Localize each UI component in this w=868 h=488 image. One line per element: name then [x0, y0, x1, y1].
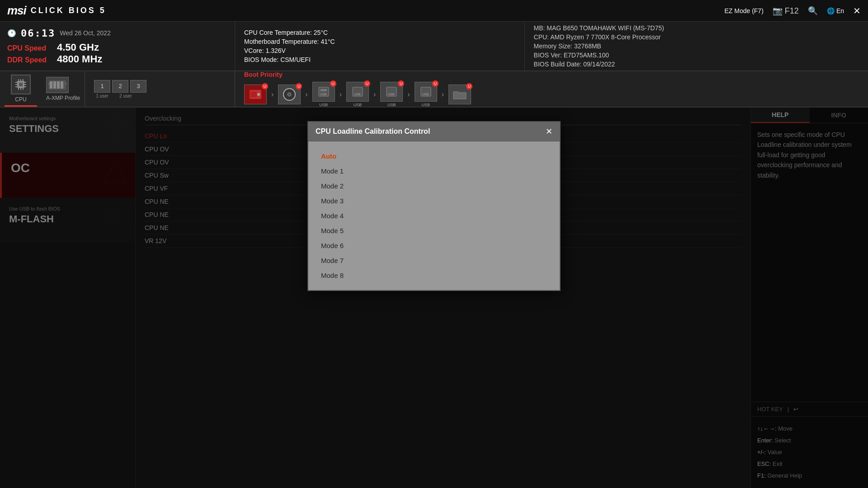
profile-1-button[interactable]: 1: [94, 80, 110, 93]
profile-3-button[interactable]: 3: [130, 80, 146, 93]
modal-option-auto[interactable]: Auto: [316, 149, 552, 164]
usb-label-6: USB: [421, 103, 430, 107]
boot-arrow-1: ›: [271, 90, 274, 99]
ddr-speed-row: DDR Speed 4800 MHz: [7, 53, 227, 65]
modal-overlay: CPU Loadline Calibration Control ✕ Auto …: [0, 108, 868, 488]
svg-rect-17: [57, 81, 60, 89]
modal-dialog: CPU Loadline Calibration Control ✕ Auto …: [307, 121, 561, 291]
modal-option-mode7[interactable]: Mode 7: [316, 253, 552, 268]
logo-area: msi CLICK BIOS 5: [7, 4, 106, 18]
modal-option-mode6[interactable]: Mode 6: [316, 238, 552, 253]
boot-device-4[interactable]: USB U USB: [346, 82, 369, 107]
boot-device-4-icon: USB U: [346, 82, 369, 102]
boot-device-1[interactable]: U: [244, 84, 267, 104]
svg-rect-20: [65, 83, 66, 84]
top-bar: msi CLICK BIOS 5 EZ Mode (F7) 📷 F12 🔍 🌐 …: [0, 0, 868, 22]
profile-2-button[interactable]: 2: [112, 80, 128, 93]
profile-numbers: 1 2 3 1 user 2 user: [90, 80, 151, 99]
boot-badge-6: U: [432, 80, 439, 87]
ddr-speed-label: DDR Speed: [7, 56, 52, 64]
click-bios-title: CLICK BIOS 5: [31, 6, 106, 15]
modal-title-bar: CPU Loadline Calibration Control ✕: [308, 122, 560, 141]
time-cpu-area: 🕐 06:13 Wed 26 Oct, 2022 CPU Speed 4.50 …: [0, 22, 235, 70]
boot-device-6[interactable]: USB U USB: [415, 82, 437, 107]
cpu-profile-area: CPU A-XMP Profile 1 2 3: [0, 71, 235, 107]
boot-devices: U › U ›: [244, 82, 859, 107]
modal-option-mode8[interactable]: Mode 8: [316, 268, 552, 283]
time-display: 06:13: [21, 28, 55, 39]
cpu-speed-label: CPU Speed: [7, 44, 52, 52]
profile-sub-labels: 1 user 2 user: [94, 94, 146, 99]
language-label: En: [836, 7, 844, 14]
boot-device-6-icon: USB U: [415, 82, 437, 102]
boot-device-7[interactable]: U: [448, 84, 471, 104]
screenshot-button[interactable]: 📷 F12: [773, 6, 799, 16]
mb-info-line: MB: MAG B650 TOMAHAWK WIFI (MS-7D75): [534, 24, 859, 32]
top-right-controls: EZ Mode (F7) 📷 F12 🔍 🌐 En ✕: [724, 5, 861, 16]
boot-device-7-icon: U: [448, 84, 471, 104]
cpu-temp-line: CPU Core Temperature: 25°C: [244, 29, 515, 36]
svg-point-23: [257, 93, 260, 96]
boot-device-2[interactable]: U: [278, 84, 301, 104]
boot-arrow-6: ›: [442, 90, 444, 99]
svg-rect-15: [50, 81, 52, 89]
screenshot-icon: 📷: [773, 6, 783, 15]
cpu-speed-value: 4.50 GHz: [57, 42, 99, 53]
svg-rect-27: [321, 89, 327, 91]
ddr-speed-value: 4800 MHz: [57, 53, 102, 65]
svg-text:USB: USB: [388, 93, 395, 96]
bios-ver-line: BIOS Ver: E7D75AMS.100: [534, 52, 859, 59]
modal-option-mode5[interactable]: Mode 5: [316, 223, 552, 238]
svg-rect-19: [48, 83, 50, 84]
svg-rect-18: [61, 81, 63, 89]
svg-point-25: [288, 93, 291, 96]
cpu-label: CPU: [15, 96, 26, 103]
boot-device-5[interactable]: USB U USB: [380, 82, 403, 107]
boot-badge-1: U: [262, 83, 268, 89]
cpu-profile-button[interactable]: CPU: [5, 72, 37, 107]
search-icon: 🔍: [808, 6, 818, 15]
modal-title: CPU Loadline Calibration Control: [316, 127, 430, 136]
f12-label: F12: [785, 6, 799, 15]
boot-badge-7: U: [466, 83, 472, 89]
boot-arrow-2: ›: [305, 90, 307, 99]
time-row: 🕐 06:13 Wed 26 Oct, 2022: [7, 28, 227, 39]
boot-priority-label: Boot Priority: [244, 71, 859, 78]
language-button[interactable]: 🌐 En: [827, 7, 844, 14]
boot-device-1-icon: U: [244, 84, 267, 104]
svg-text:USB: USB: [320, 93, 327, 96]
boot-arrow-3: ›: [340, 90, 342, 99]
boot-device-3[interactable]: USB U USB: [312, 82, 335, 107]
boot-device-5-icon: USB U: [380, 82, 403, 102]
profile-nums-row: 1 2 3: [94, 80, 146, 93]
ez-mode-button[interactable]: EZ Mode (F7): [724, 7, 763, 14]
info-bar: 🕐 06:13 Wed 26 Oct, 2022 CPU Speed 4.50 …: [0, 22, 868, 71]
svg-text:USB: USB: [422, 93, 429, 96]
boot-device-2-icon: U: [278, 84, 301, 104]
bios-build-line: BIOS Build Date: 09/14/2022: [534, 61, 859, 68]
usb-label-3: USB: [319, 103, 328, 107]
msi-logo: msi: [7, 4, 26, 18]
modal-option-mode1[interactable]: Mode 1: [316, 164, 552, 178]
modal-close-button[interactable]: ✕: [546, 127, 552, 136]
svg-rect-1: [19, 83, 23, 86]
modal-body: Auto Mode 1 Mode 2 Mode 3 Mode 4 Mode 5 …: [308, 141, 560, 290]
modal-option-mode2[interactable]: Mode 2: [316, 178, 552, 193]
vcore-line: VCore: 1.326V: [244, 47, 515, 54]
modal-option-mode3[interactable]: Mode 3: [316, 193, 552, 208]
flag-icon: 🌐: [827, 7, 835, 14]
modal-option-mode4[interactable]: Mode 4: [316, 208, 552, 223]
axmp-area: A-XMP Profile: [42, 71, 85, 107]
search-button[interactable]: 🔍: [808, 6, 818, 16]
boot-arrow-5: ›: [407, 90, 410, 99]
boot-badge-5: U: [398, 80, 404, 87]
close-button[interactable]: ✕: [853, 5, 861, 16]
axmp-label: A-XMP Profile: [46, 95, 80, 101]
mb-temp-line: Motherboard Temperature: 41°C: [244, 38, 515, 45]
center-info: CPU Core Temperature: 25°C Motherboard T…: [235, 22, 525, 70]
usb-label-5: USB: [387, 103, 396, 107]
boot-badge-3: U: [330, 80, 336, 87]
clock-icon: 🕐: [7, 29, 16, 38]
cpu-icon: [11, 75, 31, 94]
axmp-icon: [46, 77, 69, 93]
